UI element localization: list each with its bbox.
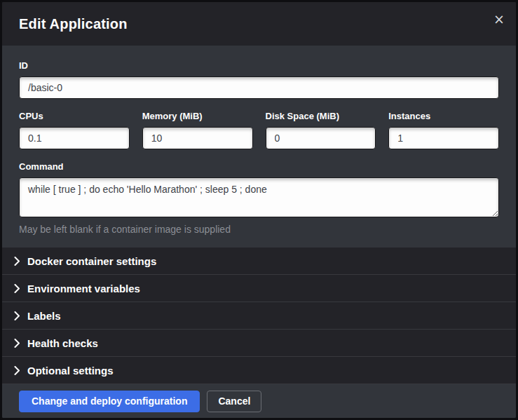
section-docker-container-settings[interactable]: Docker container settings (2, 248, 516, 275)
close-button[interactable]: × (491, 11, 507, 27)
close-icon: × (493, 11, 505, 27)
memory-label: Memory (MiB) (142, 111, 253, 121)
section-optional-settings[interactable]: Optional settings (2, 357, 516, 384)
chevron-right-icon (14, 366, 20, 375)
field-command: Command while [ true ] ; do echo 'Hello … (19, 161, 499, 235)
command-label: Command (19, 161, 499, 172)
chevron-right-icon (14, 339, 20, 348)
section-label: Environment variables (27, 283, 140, 294)
section-labels[interactable]: Labels (2, 302, 516, 330)
section-label: Optional settings (27, 365, 114, 377)
modal-header: Edit Application × (2, 2, 516, 46)
command-help-text: May be left blank if a container image i… (19, 224, 499, 235)
field-memory: Memory (MiB) (142, 111, 253, 149)
section-label: Docker container settings (27, 255, 156, 267)
chevron-right-icon (14, 284, 20, 293)
instances-input[interactable] (388, 127, 499, 149)
change-and-deploy-button[interactable]: Change and deploy configuration (19, 391, 200, 412)
collapsible-sections: Docker container settings Environment va… (2, 248, 516, 384)
field-disk-space: Disk Space (MiB) (266, 111, 376, 149)
section-health-checks[interactable]: Health checks (2, 330, 516, 357)
memory-input[interactable] (142, 127, 253, 149)
instances-label: Instances (388, 111, 499, 121)
disk-space-input[interactable] (266, 127, 376, 149)
field-cpus: CPUs (19, 111, 130, 149)
disk-space-label: Disk Space (MiB) (266, 111, 376, 121)
cpus-input[interactable] (19, 127, 130, 149)
id-label: ID (19, 60, 499, 71)
field-instances: Instances (388, 111, 499, 149)
id-input[interactable] (19, 76, 499, 99)
section-environment-variables[interactable]: Environment variables (2, 275, 516, 302)
resources-row: CPUs Memory (MiB) Disk Space (MiB) Insta… (19, 111, 499, 149)
command-textarea[interactable]: while [ true ] ; do echo 'Hello Marathon… (19, 177, 499, 217)
section-label: Labels (27, 310, 61, 322)
modal-title: Edit Application (19, 16, 128, 32)
section-label: Health checks (27, 337, 98, 349)
cpus-label: CPUs (19, 111, 130, 121)
field-id: ID (19, 60, 499, 99)
chevron-right-icon (14, 311, 20, 320)
chevron-right-icon (14, 257, 20, 266)
modal-footer: Change and deploy configuration Cancel (2, 384, 516, 418)
edit-application-modal: Edit Application × ID CPUs Memory (MiB) … (0, 0, 518, 420)
modal-body: ID CPUs Memory (MiB) Disk Space (MiB) In… (2, 46, 516, 248)
cancel-button[interactable]: Cancel (207, 391, 261, 412)
